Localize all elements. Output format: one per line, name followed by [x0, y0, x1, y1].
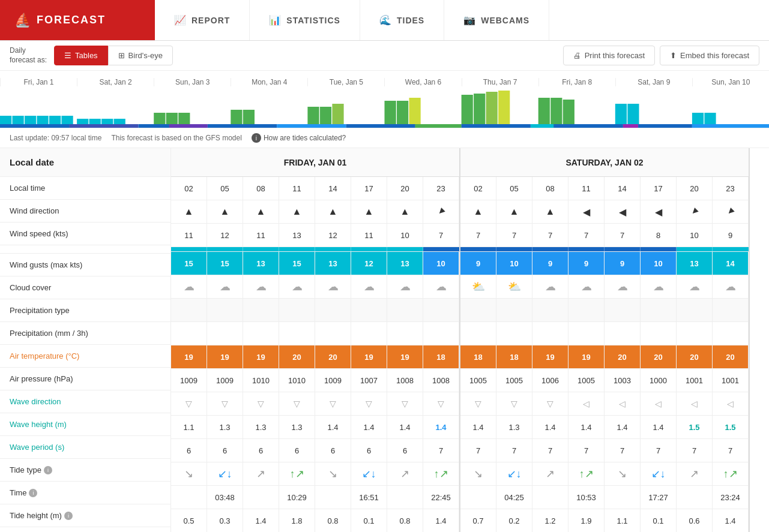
tide-time-info-icon[interactable]: i — [29, 489, 37, 497]
fri-wp-0: 6 — [171, 439, 207, 462]
fri-wdir-2: ▲ — [243, 200, 279, 223]
fri-tide-height-row: 0.5 0.3 1.4 1.8 0.8 0.1 0.8 1.4 — [171, 509, 459, 532]
fri-pt-6 — [387, 299, 423, 321]
date-label-tue5: Tue, Jan 5 — [307, 78, 384, 86]
sat-cloud-3: ☁ — [568, 275, 605, 298]
fri-cloud-row: ☁ ☁ ☁ ☁ ☁ ☁ ☁ ☁ — [171, 275, 459, 299]
fri-th-4: 0.8 — [315, 509, 351, 532]
fri-wdir-5: ▲ — [351, 200, 387, 223]
print-label: Print this forecast — [585, 51, 645, 60]
fri-tt-4: ↘ — [315, 462, 351, 485]
local-time-label: Local time — [0, 177, 170, 200]
sat-pressure-row: 1005 1005 1006 1005 1003 1000 1001 1001 — [460, 369, 749, 392]
svg-rect-44 — [638, 124, 692, 128]
tide-height-info-icon[interactable]: i — [64, 512, 73, 520]
fri-pmm-0 — [171, 322, 207, 345]
svg-rect-39 — [415, 124, 462, 128]
tide-time-label: Time i — [0, 482, 170, 504]
fri-pressure-row: 1009 1009 1010 1010 1009 1007 1008 1008 — [171, 369, 459, 392]
sat-wdir-4: ◀ — [605, 200, 641, 223]
fri-cloud-1: ☁ — [207, 275, 243, 298]
sat-wspd-7: 9 — [713, 224, 749, 247]
sat-ap-3: 1005 — [568, 369, 605, 392]
info-icon: i — [252, 133, 261, 143]
tides-link[interactable]: i How are tides calculated? — [252, 133, 346, 143]
fri-time-2: 08 — [243, 177, 279, 200]
report-icon: 📈 — [174, 14, 187, 26]
fri-wp-6: 6 — [387, 439, 423, 462]
sat-wp-2: 7 — [532, 439, 568, 462]
fri-ap-1: 1009 — [207, 369, 243, 392]
precipitation-label: Precipitation (mm / 3h) — [0, 322, 170, 345]
embed-icon: ⬆ — [670, 51, 677, 60]
tides-link-text: How are tides calculated? — [264, 134, 346, 142]
birds-eye-button[interactable]: ⊞ Bird's-eye — [108, 46, 173, 65]
sat-at-4: 20 — [605, 345, 641, 368]
date-label-sat2: Sat, Jan 2 — [77, 78, 154, 86]
fri-gust-6: 13 — [387, 252, 423, 275]
friday-header: FRIDAY, JAN 01 — [171, 148, 459, 177]
sat-wdir-7: ▲ — [713, 200, 749, 223]
fri-cloud-3: ☁ — [279, 275, 315, 298]
sat-cloud-5: ☁ — [641, 275, 677, 298]
svg-rect-36 — [208, 124, 277, 128]
sat-pmm-4 — [605, 322, 641, 345]
nav-webcams[interactable]: 📷 WEBCAMS — [444, 0, 549, 40]
fri-cloud-7: ☁ — [423, 275, 459, 298]
fri-pt-0 — [171, 299, 207, 321]
fri-wh-3: 1.3 — [279, 416, 315, 438]
svg-rect-25 — [538, 98, 550, 128]
sat-wh-3: 1.4 — [568, 416, 605, 438]
embed-button[interactable]: ⬆ Embed this forecast — [660, 46, 759, 65]
tide-type-info-icon[interactable]: i — [44, 466, 52, 474]
fri-wd-7: ▽ — [423, 392, 459, 415]
date-label-mon4: Mon, Jan 4 — [231, 78, 307, 86]
air-pressure-label: Air pressure (hPa) — [0, 368, 170, 390]
sat-ttime-6 — [677, 486, 713, 509]
local-date-label: Local date — [0, 148, 170, 177]
sat-ap-7: 1001 — [713, 369, 749, 392]
sat-wh-4: 1.4 — [605, 416, 641, 438]
fri-gust-7: 10 — [423, 252, 459, 275]
fri-ttime-3: 10:29 — [279, 486, 315, 509]
nav-report[interactable]: 📈 REPORT — [155, 0, 250, 40]
fri-time-1: 05 — [207, 177, 243, 200]
fri-gusts-row: 15 15 13 15 13 12 13 10 — [171, 252, 459, 275]
sat-bar-7 — [713, 247, 749, 251]
wave-height-label: Wave height (m) — [0, 413, 170, 436]
webcams-icon: 📷 — [463, 14, 476, 26]
fri-th-1: 0.3 — [207, 509, 243, 532]
fri-pt-4 — [315, 299, 351, 321]
sat-gust-5: 10 — [641, 252, 677, 275]
sat-pmm-0 — [460, 322, 496, 345]
top-nav: ⛵ FORECAST 📈 REPORT 📊 STATISTICS 🌊 TIDES… — [0, 0, 769, 41]
fri-cloud-5: ☁ — [351, 275, 387, 298]
nav-tides[interactable]: 🌊 TIDES — [360, 0, 444, 40]
sat-bar-1 — [496, 247, 532, 251]
fri-at-4: 20 — [315, 345, 351, 368]
fri-time-4: 14 — [315, 177, 351, 200]
sat-wh-6: 1.5 — [677, 416, 713, 438]
nav-statistics[interactable]: 📊 STATISTICS — [250, 0, 360, 40]
sat-wind-speed-row: 7 7 7 7 7 8 10 9 — [460, 224, 749, 247]
sat-gust-0: 9 — [460, 252, 496, 275]
fri-cloud-6: ☁ — [387, 275, 423, 298]
fri-tt-1: ↙↓ — [207, 462, 243, 485]
sat-wspd-3: 7 — [568, 224, 605, 247]
fri-ttime-2 — [243, 486, 279, 509]
print-button[interactable]: 🖨 Print this forecast — [563, 46, 655, 65]
sat-wdir-0: ▲ — [460, 200, 496, 223]
sat-at-1: 18 — [496, 345, 532, 368]
nav-logo[interactable]: ⛵ FORECAST — [0, 0, 155, 40]
fri-precip-type-row — [171, 299, 459, 322]
tables-button[interactable]: ☰ Tables — [54, 46, 108, 65]
svg-rect-34 — [139, 124, 169, 128]
sat-gust-7: 14 — [713, 252, 749, 275]
fri-wspd-4: 12 — [315, 224, 351, 247]
fri-ttime-4 — [315, 486, 351, 509]
friday-times: 02 05 08 11 14 17 20 23 — [171, 177, 459, 200]
sat-wind-bar — [460, 247, 749, 252]
sat-wp-7: 7 — [713, 439, 749, 462]
sat-gust-1: 10 — [496, 252, 532, 275]
wind-speed-bar-label — [0, 245, 170, 254]
